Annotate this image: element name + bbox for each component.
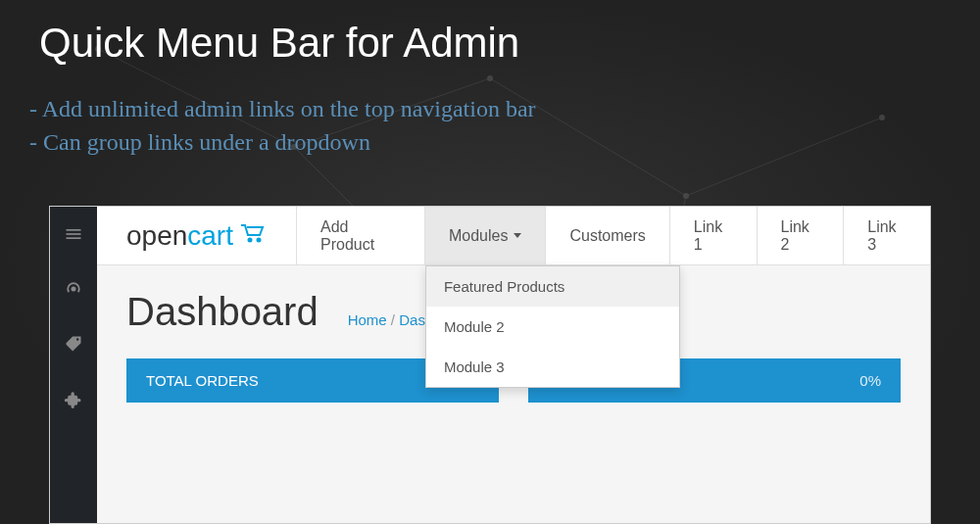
- gauge-icon: [64, 279, 83, 299]
- breadcrumb-home[interactable]: Home: [348, 311, 387, 328]
- svg-line-3: [686, 118, 882, 196]
- page-title: Dashboard: [126, 290, 318, 334]
- nav-label: Link 3: [867, 218, 906, 254]
- stat-pct: 0%: [859, 372, 881, 389]
- feature-list: - Add unlimited admin links on the top n…: [29, 93, 536, 159]
- nav-label: Add Product: [320, 218, 401, 254]
- promo-title: Quick Menu Bar for Admin: [39, 20, 519, 67]
- dropdown-item-featured[interactable]: Featured Products: [426, 266, 679, 307]
- nav-link2[interactable]: Link 2: [757, 207, 844, 264]
- feature-item: - Can group links under a dropdown: [29, 126, 536, 160]
- logo[interactable]: opencart: [97, 207, 296, 264]
- breadcrumb-sep: /: [387, 311, 400, 328]
- nav-customers[interactable]: Customers: [545, 207, 668, 264]
- sidebar-item-dashboard[interactable]: [50, 262, 97, 316]
- cart-icon: [239, 223, 267, 248]
- main-area: opencart Add Product Modules Featured Pr…: [97, 207, 930, 523]
- svg-point-22: [257, 239, 260, 242]
- dropdown-menu: Featured Products Module 2 Module 3: [425, 265, 680, 388]
- nav-label: Link 1: [694, 218, 733, 254]
- dropdown-item-module2[interactable]: Module 2: [426, 307, 679, 347]
- nav-add-product[interactable]: Add Product: [296, 207, 424, 264]
- svg-rect-18: [67, 229, 81, 231]
- puzzle-icon: [64, 389, 83, 408]
- nav-modules[interactable]: Modules Featured Products Module 2 Modul…: [424, 207, 545, 264]
- sidebar-toggle[interactable]: [50, 207, 97, 262]
- nav-label: Link 2: [781, 218, 820, 254]
- nav-link3[interactable]: Link 3: [843, 207, 930, 264]
- sidebar-item-catalog[interactable]: [50, 316, 97, 371]
- nav-label: Modules: [449, 227, 508, 245]
- dropdown-item-module3[interactable]: Module 3: [426, 347, 679, 387]
- logo-text-cart: cart: [187, 220, 233, 251]
- caret-down-icon: [514, 233, 521, 238]
- svg-point-21: [248, 239, 251, 242]
- logo-text-open: open: [126, 220, 187, 251]
- breadcrumb: Home / Das: [348, 311, 425, 328]
- svg-point-12: [683, 193, 689, 199]
- sidebar: [50, 207, 97, 523]
- topbar: opencart Add Product Modules Featured Pr…: [97, 207, 930, 265]
- feature-item: - Add unlimited admin links on the top n…: [29, 93, 536, 126]
- nav-label: Customers: [569, 227, 645, 245]
- svg-rect-20: [67, 237, 81, 239]
- menu-icon: [64, 224, 83, 244]
- admin-panel-screenshot: opencart Add Product Modules Featured Pr…: [49, 206, 931, 524]
- sidebar-item-extensions[interactable]: [50, 371, 97, 426]
- tag-icon: [64, 334, 83, 354]
- stat-label: TOTAL ORDERS: [146, 372, 259, 389]
- svg-point-13: [879, 115, 885, 120]
- svg-point-11: [487, 75, 493, 81]
- svg-rect-19: [67, 233, 81, 235]
- breadcrumb-current[interactable]: Das: [399, 311, 425, 328]
- nav-link1[interactable]: Link 1: [669, 207, 757, 264]
